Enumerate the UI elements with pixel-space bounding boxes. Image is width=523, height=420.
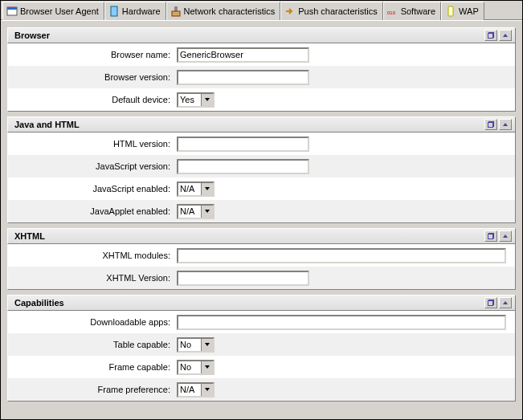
combo-text: Yes [178, 94, 201, 106]
tab-label: Browser User Agent [20, 6, 99, 16]
input-downloadable-apps[interactable] [177, 315, 506, 330]
collapse-button[interactable] [499, 30, 512, 41]
label-xhtml-version: XHTML Version: [8, 273, 177, 283]
chevron-down-icon [205, 187, 210, 190]
restore-button[interactable] [484, 230, 497, 242]
combo-text: No [178, 339, 201, 351]
push-icon [284, 6, 296, 17]
restore-icon [488, 233, 494, 239]
row-browser-name: Browser name: [8, 43, 515, 66]
combo-frame-preference[interactable]: N/A [177, 382, 215, 398]
label-browser-name: Browser name: [8, 50, 177, 59]
row-html-version: HTML version: [8, 133, 515, 155]
section-body: Browser name: Browser version: Default d… [7, 43, 516, 112]
svg-text:010: 010 [387, 10, 396, 15]
svg-rect-6 [448, 6, 453, 16]
section-xhtml: XHTML XHTML modules: XHTML Version: [7, 228, 516, 290]
chevron-up-icon [503, 301, 508, 304]
combo-js-enabled[interactable]: N/A [177, 181, 215, 197]
restore-icon [488, 32, 494, 39]
restore-icon [488, 121, 494, 128]
section-header-xhtml: XHTML [7, 228, 516, 244]
row-frame-capable: Frame capable: No [8, 356, 515, 378]
chevron-up-icon [503, 123, 508, 126]
section-header-caps: Capabilities [7, 295, 516, 311]
restore-icon [488, 300, 494, 306]
input-js-version[interactable] [177, 159, 309, 174]
tab-content: Browser Browser name: Browser version: D… [1, 20, 522, 419]
label-table-capable: Table capable: [8, 340, 177, 349]
restore-button[interactable] [484, 297, 497, 308]
section-capabilities: Capabilities Downloadable apps: Table ca… [7, 295, 516, 402]
restore-button[interactable] [484, 30, 497, 41]
input-browser-name[interactable] [177, 47, 309, 63]
combo-text: N/A [178, 183, 201, 195]
tab-label: Push characteristics [298, 6, 377, 16]
label-javaapplet-enabled: JavaApplet enabled: [8, 206, 177, 216]
combo-button[interactable] [201, 339, 213, 351]
tab-browser-user-agent[interactable]: Browser User Agent [2, 2, 104, 20]
tab-bar: Browser User Agent Hardware Network char… [1, 1, 522, 20]
label-xhtml-modules: XHTML modules: [8, 251, 177, 260]
chevron-down-icon [205, 343, 210, 346]
tab-label: Software [401, 6, 435, 16]
input-browser-version[interactable] [177, 70, 309, 85]
section-body: XHTML modules: XHTML Version: [7, 244, 516, 290]
input-xhtml-version[interactable] [177, 271, 309, 286]
tab-label: Network characteristics [184, 6, 276, 16]
row-xhtml-version: XHTML Version: [8, 267, 515, 289]
label-frame-preference: Frame preference: [8, 385, 177, 394]
row-browser-version: Browser version: [8, 66, 515, 88]
row-js-enabled: JavaScript enabled: N/A [8, 177, 515, 200]
collapse-button[interactable] [499, 230, 512, 242]
row-javaapplet-enabled: JavaApplet enabled: N/A [8, 200, 515, 222]
section-title: XHTML [14, 231, 483, 241]
combo-text: N/A [178, 206, 201, 218]
section-header-java: Java and HTML [7, 116, 516, 133]
combo-button[interactable] [201, 183, 213, 195]
section-browser: Browser Browser name: Browser version: D… [7, 27, 516, 112]
combo-frame-capable[interactable]: No [177, 360, 215, 375]
combo-text: No [178, 361, 201, 373]
input-xhtml-modules[interactable] [177, 248, 506, 263]
combo-javaapplet-enabled[interactable]: N/A [177, 204, 215, 219]
collapse-button[interactable] [499, 119, 512, 130]
label-js-enabled: JavaScript enabled: [8, 184, 177, 194]
combo-text: N/A [178, 384, 201, 396]
collapse-button[interactable] [499, 297, 512, 308]
hardware-icon [108, 6, 120, 17]
tab-label: WAP [459, 6, 479, 16]
combo-button[interactable] [201, 361, 213, 373]
chevron-down-icon [205, 98, 210, 101]
tab-network[interactable]: Network characteristics [166, 2, 281, 20]
combo-table-capable[interactable]: No [177, 337, 215, 353]
combo-button[interactable] [201, 94, 213, 106]
tab-software[interactable]: 010 Software [383, 2, 441, 20]
network-icon [170, 6, 182, 17]
section-body: HTML version: JavaScript version: JavaSc… [7, 133, 516, 223]
software-icon: 010 [387, 6, 398, 17]
tab-wap[interactable]: WAP [441, 2, 484, 20]
section-title: Browser [14, 31, 483, 40]
combo-button[interactable] [201, 384, 213, 396]
chevron-down-icon [205, 365, 210, 369]
tab-push[interactable]: Push characteristics [280, 2, 382, 20]
label-js-version: JavaScript version: [8, 161, 177, 171]
chevron-down-icon [205, 210, 210, 213]
section-title: Capabilities [14, 298, 483, 308]
section-title: Java and HTML [14, 120, 483, 129]
combo-button[interactable] [201, 206, 213, 218]
row-default-device: Default device: Yes [8, 88, 515, 111]
svg-rect-1 [7, 7, 17, 10]
input-html-version[interactable] [177, 137, 309, 152]
combo-default-device[interactable]: Yes [177, 92, 215, 108]
svg-rect-3 [174, 6, 178, 11]
browser-icon [6, 6, 18, 17]
section-java-html: Java and HTML HTML version: JavaScript v… [7, 116, 516, 223]
label-frame-capable: Frame capable: [8, 362, 177, 372]
tab-hardware[interactable]: Hardware [104, 2, 166, 20]
chevron-down-icon [205, 388, 210, 391]
label-browser-version: Browser version: [8, 72, 177, 82]
restore-button[interactable] [484, 119, 497, 130]
svg-rect-4 [172, 11, 180, 16]
